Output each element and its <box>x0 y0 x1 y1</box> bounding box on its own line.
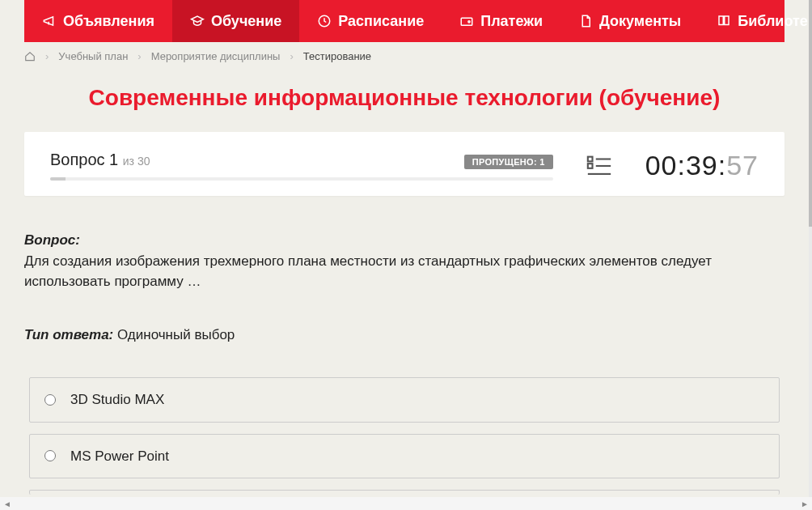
svg-rect-5 <box>587 164 592 168</box>
question-body: Вопрос: Для создания изображения трехмер… <box>24 196 785 495</box>
nav-label: Обучение <box>211 13 281 30</box>
timer-seconds: 57 <box>726 150 759 181</box>
timer: 00:39:57 <box>645 150 759 181</box>
question-list-icon[interactable] <box>586 152 613 180</box>
skipped-badge: ПРОПУЩЕНО: 1 <box>464 155 553 169</box>
radio-input[interactable] <box>44 450 56 461</box>
document-icon <box>578 14 593 28</box>
nav-library[interactable]: Библиотека <box>699 0 809 42</box>
breadcrumb-item[interactable]: Мероприятие дисциплины <box>151 50 281 62</box>
scroll-left-arrow[interactable]: ◄ <box>0 499 15 508</box>
question-counter: Вопрос 1 из 30 <box>50 151 150 169</box>
question-number: 1 <box>109 151 118 168</box>
breadcrumb-item[interactable]: Учебный план <box>58 50 128 62</box>
chevron-right-icon: › <box>45 50 49 62</box>
scrollbar-thumb[interactable] <box>809 0 812 227</box>
option-label: MS Power Point <box>70 446 169 467</box>
question-label: Вопрос: <box>24 232 80 248</box>
question-label: Вопрос <box>50 151 105 168</box>
progress-fill <box>50 177 66 181</box>
nav-label: Объявления <box>63 13 154 30</box>
answer-option[interactable]: 3D Studio MAX <box>29 377 780 423</box>
nav-documents[interactable]: Документы <box>560 0 699 42</box>
nav-schedule[interactable]: Расписание <box>299 0 442 42</box>
book-icon <box>717 14 731 28</box>
svg-rect-3 <box>587 156 592 161</box>
answer-type: Одиночный выбор <box>117 327 235 342</box>
option-label: 3D Studio MAX <box>70 389 164 410</box>
of-label: из <box>123 155 134 168</box>
wallet-icon <box>459 14 474 28</box>
graduation-cap-icon <box>190 14 205 28</box>
vertical-scrollbar[interactable] <box>809 0 812 497</box>
chevron-right-icon: › <box>290 50 293 62</box>
chevron-right-icon: › <box>137 50 141 62</box>
nav-label: Платежи <box>480 13 543 30</box>
radio-input[interactable] <box>44 394 56 406</box>
breadcrumb-current: Тестирование <box>303 50 371 62</box>
megaphone-icon <box>42 14 57 28</box>
question-text: Для создания изображения трехмерного пла… <box>24 253 712 290</box>
nav-label: Расписание <box>338 13 424 30</box>
clock-icon <box>317 14 332 28</box>
svg-point-2 <box>468 21 470 23</box>
question-total: 30 <box>137 155 150 168</box>
timer-main: 00:39: <box>645 150 727 181</box>
page-title: Современные информационные технологии (о… <box>24 85 785 111</box>
answer-option[interactable]: MS Power Point <box>29 434 780 479</box>
nav-label: Документы <box>599 13 681 30</box>
test-status-card: Вопрос 1 из 30 ПРОПУЩЕНО: 1 00:39:57 <box>24 132 785 196</box>
nav-announcements[interactable]: Объявления <box>24 0 172 42</box>
nav-payments[interactable]: Платежи <box>442 0 560 42</box>
nav-learning[interactable]: Обучение <box>172 0 299 42</box>
answer-option[interactable] <box>29 490 780 495</box>
scroll-right-arrow[interactable]: ► <box>797 499 812 508</box>
nav-label: Библиотека <box>738 13 809 30</box>
progress-bar <box>50 177 553 181</box>
main-nav: Объявления Обучение Расписание Платежи Д… <box>24 0 785 42</box>
horizontal-scrollbar[interactable]: ◄ ► <box>0 497 812 510</box>
answer-type-label: Тип ответа: <box>24 327 113 342</box>
breadcrumb: › Учебный план › Мероприятие дисциплины … <box>24 42 785 69</box>
answer-options: 3D Studio MAX MS Power Point <box>24 377 785 495</box>
home-icon[interactable] <box>24 51 36 62</box>
